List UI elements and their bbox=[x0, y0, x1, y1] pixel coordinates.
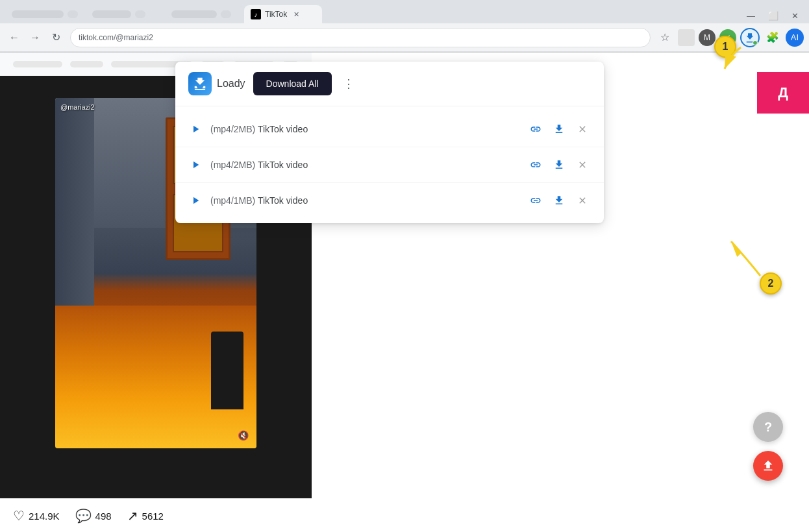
tab-label-blur-2 bbox=[92, 10, 131, 18]
video-format-3: (mp4/1MB) bbox=[210, 195, 255, 206]
reload-button[interactable]: ↻ bbox=[47, 29, 65, 47]
link-icon-3[interactable] bbox=[527, 192, 544, 209]
heart-icon: ♡ bbox=[13, 508, 25, 524]
help-button[interactable]: ? bbox=[753, 412, 783, 442]
comment-icon: 💬 bbox=[75, 508, 92, 524]
video-format-2: (mp4/2MB) bbox=[210, 160, 255, 170]
video-item-1: (mp4/2MB) TikTok video bbox=[175, 112, 604, 147]
tab-tiktok[interactable]: ♪ TikTok ✕ bbox=[244, 5, 322, 23]
tab-item-blurred-3[interactable] bbox=[165, 5, 243, 23]
tab-item-blurred-1[interactable] bbox=[5, 5, 84, 23]
volume-icon[interactable]: 🔇 bbox=[238, 430, 249, 441]
nav-buttons: ← → ↻ bbox=[5, 29, 65, 47]
tab-label-blur-3 bbox=[171, 10, 217, 18]
tab-close-blur-3 bbox=[221, 10, 231, 18]
back-button[interactable]: ← bbox=[5, 29, 23, 47]
play-icon-1[interactable] bbox=[188, 122, 203, 136]
figure bbox=[211, 332, 243, 409]
annotation-arrow-1 bbox=[712, 44, 751, 77]
close-icon-1[interactable] bbox=[574, 121, 591, 138]
popup-body: (mp4/2MB) TikTok video bbox=[175, 106, 604, 223]
loady-app-name: Loady bbox=[217, 78, 245, 90]
tab-label-blur bbox=[12, 10, 64, 18]
annotation-arrow-2 bbox=[721, 234, 773, 279]
loady-popup: Loady Download All ⋮ (mp4/2MB) TikTok vi… bbox=[175, 62, 604, 223]
tab-list: ♪ TikTok ✕ bbox=[5, 0, 322, 23]
tab-close-blur-2 bbox=[135, 10, 145, 18]
comments-stat: 💬 498 bbox=[75, 508, 112, 524]
upload-fab[interactable] bbox=[753, 451, 783, 481]
cta-text: Д bbox=[778, 84, 788, 101]
bookmark-icon[interactable]: ☆ bbox=[656, 29, 674, 47]
ext-icon-2[interactable]: M bbox=[699, 29, 716, 46]
play-icon-3[interactable] bbox=[188, 193, 203, 208]
loady-app-icon bbox=[188, 72, 212, 95]
puzzle-icon[interactable]: 🧩 bbox=[764, 29, 782, 47]
address-text: tiktok.com/@mariazi2 bbox=[79, 33, 153, 42]
maximize-btn[interactable]: ⬜ bbox=[763, 8, 784, 23]
tab-close-blur bbox=[68, 10, 78, 18]
play-icon-2[interactable] bbox=[188, 158, 203, 172]
video-format-1: (mp4/2MB) bbox=[210, 124, 255, 134]
download-icon-1[interactable] bbox=[551, 121, 567, 138]
tab-bar: ♪ TikTok ✕ — ⬜ ✕ bbox=[0, 0, 809, 23]
popup-header: Loady Download All ⋮ bbox=[175, 62, 604, 106]
tab-close-btn[interactable]: ✕ bbox=[293, 10, 299, 19]
comments-count: 498 bbox=[95, 511, 112, 522]
close-icon-2[interactable] bbox=[574, 156, 591, 173]
more-options-button[interactable]: ⋮ bbox=[340, 75, 358, 93]
tab-item-blurred-2[interactable] bbox=[86, 5, 164, 23]
likes-count: 214.9K bbox=[29, 511, 60, 522]
forward-button[interactable]: → bbox=[26, 29, 44, 47]
video-username: @mariazi2 bbox=[60, 103, 95, 111]
tab-tiktok-label: TikTok bbox=[265, 10, 287, 19]
link-icon-1[interactable] bbox=[527, 121, 544, 138]
download-all-button[interactable]: Download All bbox=[253, 72, 332, 95]
close-btn[interactable]: ✕ bbox=[786, 8, 804, 23]
video-item-3: (mp4/1MB) TikTok video bbox=[175, 183, 604, 218]
tiktok-favicon: ♪ bbox=[251, 9, 261, 19]
svg-rect-0 bbox=[195, 89, 206, 90]
video-info-3: (mp4/1MB) TikTok video bbox=[210, 195, 519, 206]
video-title-text-1: TikTok video bbox=[258, 124, 308, 134]
user-avatar[interactable]: AI bbox=[786, 29, 804, 47]
video-actions-1 bbox=[527, 121, 591, 138]
video-stats-bar: ♡ 214.9K 💬 498 ↗ 5612 bbox=[0, 498, 312, 532]
ext-icon-1[interactable] bbox=[678, 29, 695, 46]
video-title-text-3: TikTok video bbox=[258, 195, 308, 206]
share-icon: ↗ bbox=[127, 508, 138, 524]
address-bar[interactable]: tiktok.com/@mariazi2 bbox=[70, 28, 651, 47]
link-icon-2[interactable] bbox=[527, 156, 544, 173]
red-cta-button[interactable]: Д bbox=[757, 72, 809, 114]
upload-icon bbox=[761, 459, 775, 473]
video-info-1: (mp4/2MB) TikTok video bbox=[210, 124, 519, 134]
shares-stat: ↗ 5612 bbox=[127, 508, 164, 524]
nav-bar: ← → ↻ tiktok.com/@mariazi2 ☆ M ✓ bbox=[0, 23, 809, 52]
video-actions-3 bbox=[527, 192, 591, 209]
blur-block bbox=[13, 61, 62, 67]
loady-logo: Loady bbox=[188, 72, 245, 95]
minimize-btn[interactable]: — bbox=[741, 8, 760, 23]
video-info-2: (mp4/2MB) TikTok video bbox=[210, 160, 519, 170]
blur-block bbox=[70, 61, 103, 67]
shares-count: 5612 bbox=[142, 511, 164, 522]
download-icon-3[interactable] bbox=[551, 192, 567, 209]
video-item-2: (mp4/2MB) TikTok video bbox=[175, 147, 604, 183]
video-actions-2 bbox=[527, 156, 591, 173]
likes-stat: ♡ 214.9K bbox=[13, 508, 60, 524]
download-icon-2[interactable] bbox=[551, 156, 567, 173]
browser-chrome: ♪ TikTok ✕ — ⬜ ✕ ← → ↻ tiktok.com/@maria… bbox=[0, 0, 809, 53]
video-title-text-2: TikTok video bbox=[258, 160, 308, 170]
extension-badge bbox=[753, 40, 758, 45]
window-controls: — ⬜ ✕ bbox=[741, 8, 804, 23]
close-icon-3[interactable] bbox=[574, 192, 591, 209]
